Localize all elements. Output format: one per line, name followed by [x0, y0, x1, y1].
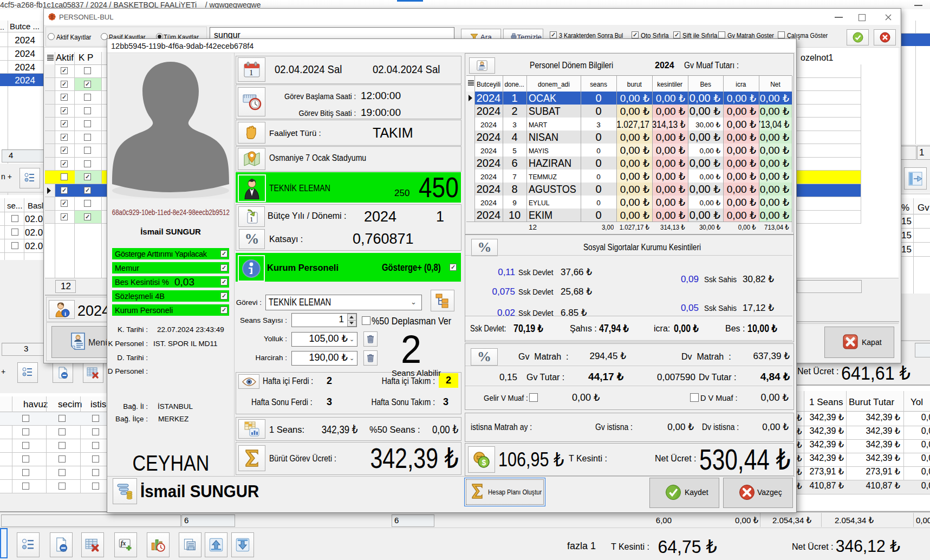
- svg-text:$: $: [482, 458, 486, 466]
- svg-text:i: i: [64, 310, 66, 317]
- svg-text:1: 1: [249, 68, 253, 77]
- svg-text:1: 1: [250, 215, 253, 223]
- svg-text:fx: fx: [121, 540, 126, 547]
